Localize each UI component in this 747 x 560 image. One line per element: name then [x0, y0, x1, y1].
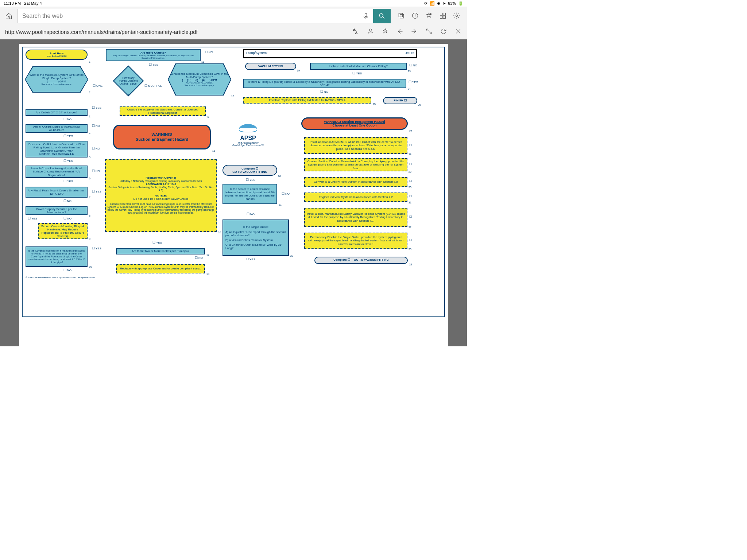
refresh-icon: ⟳ — [424, 1, 427, 6]
url-bar[interactable]: http://www.poolinspections.com/manuals/d… — [5, 29, 349, 35]
svg-rect-7 — [440, 16, 443, 19]
node-16: Replace with Cover(s) Listed by a Nation… — [105, 159, 217, 232]
svg-rect-5 — [440, 13, 443, 16]
settings-button[interactable] — [453, 12, 460, 20]
read-aloud-button[interactable] — [367, 28, 374, 36]
lbl-yes-11: YES — [149, 63, 158, 66]
copyright: © 2006 The Association of Pool & Spa Pro… — [26, 276, 96, 279]
node-13-hex: What is the Maximum Combined GPM in the … — [169, 64, 231, 95]
status-date: Sat May 4 — [24, 1, 42, 5]
node-12-hex: What is the Maximum System GPM of the Si… — [26, 67, 88, 92]
history-button[interactable] — [411, 12, 419, 20]
svg-point-12 — [369, 29, 372, 31]
lbl-yes-17: YES — [152, 241, 162, 244]
bookmark-star-button[interactable] — [382, 28, 389, 36]
back-button[interactable] — [396, 28, 403, 36]
svg-rect-6 — [443, 13, 446, 16]
node-17: Are there Two or More Outlets per Pump(s… — [116, 248, 205, 254]
date-label: DATE: — [405, 51, 414, 56]
node-10: Is the Cover(s) mounted on a manufacture… — [26, 246, 88, 267]
lbl-no-17: NO — [195, 256, 203, 260]
node-34-complete: Complete ☐ GO TO VACUUM FITTING — [314, 257, 408, 264]
lbl-yes-8: YES — [28, 217, 37, 220]
status-right: ⟳ 📶 ⊕ ➤ 63% 🔋 — [424, 1, 463, 6]
node-20-complete: Complete ☐ GO TO VACUUM FITTING — [222, 165, 277, 176]
apsp-logo-icon — [239, 124, 257, 135]
search-input[interactable] — [18, 13, 359, 19]
lbl-yes-23: YES — [352, 71, 362, 75]
node-31: Engineered Vent Systems in accordance wi… — [304, 192, 407, 202]
svg-text:A: A — [355, 31, 357, 35]
wifi-icon: 📶 — [430, 1, 435, 6]
reload-button[interactable] — [440, 28, 447, 36]
node-8: Cover Properly Secured per the Manufactu… — [26, 206, 88, 215]
node-5: Does each Outlet have a Cover with a Flo… — [26, 141, 88, 158]
pump-label: Pump/System: — [246, 51, 268, 56]
orientation-lock-icon: ⊕ — [437, 1, 440, 6]
lbl-yes-5: YES — [63, 159, 73, 163]
lbl-yes-3: YES — [92, 106, 101, 109]
search-box — [18, 9, 391, 23]
form-header: Pump/System: DATE: — [243, 49, 417, 58]
node-3: Are Outlets 24" X 24" or Larger? — [26, 109, 88, 116]
node-24: Is there a Fitting Lid (cover) Tested & … — [243, 79, 406, 88]
lbl-no-7: NO — [63, 199, 71, 203]
lbl-no-3: NO — [63, 117, 71, 121]
node-23: Is there a dedicated Vacuum Cleaner Fitt… — [310, 63, 407, 70]
close-button[interactable] — [454, 28, 462, 36]
home-button[interactable] — [4, 11, 14, 21]
node-6: Is each Cover Undamaged and without Surf… — [26, 166, 88, 178]
pdf-page: Pump/System: DATE: Start Here Must End o… — [19, 44, 448, 346]
lbl-no-8: NO — [63, 217, 71, 220]
battery-icon: 🔋 — [458, 1, 463, 6]
svg-rect-3 — [400, 15, 404, 18]
apsp-name: APSP — [222, 135, 274, 141]
node-9: Secure Covers Mounting Rings & Hardware.… — [38, 223, 88, 239]
translate-button[interactable]: あA — [352, 28, 360, 36]
lbl-no-21: NO — [282, 192, 290, 195]
lbl-no-11: NO — [205, 50, 213, 54]
node-22: Is the Single Outlet: A) An Equalizer Li… — [222, 219, 289, 256]
fullscreen-button[interactable] — [425, 28, 433, 36]
svg-point-9 — [456, 15, 458, 17]
svg-rect-8 — [443, 16, 446, 19]
ipad-status-bar: 11:18 PM Sat May 4 ⟳ 📶 ⊕ ➤ 63% 🔋 — [0, 0, 467, 7]
node-27-warning: WARNING! Suction Entrapment Hazard Choos… — [301, 117, 408, 130]
page-footer: 22 | AQ AQ APSP QUARTERLY — [25, 349, 102, 350]
lbl-no-4: NO — [92, 124, 100, 128]
node-18: Replace with appropriate Cover and/or cr… — [116, 264, 205, 273]
node-15-warning: WARNING! Suction Entrapment Hazard — [113, 125, 211, 149]
favorites-button[interactable] — [425, 12, 433, 20]
node-29: Convert Suction Outlet to Return Inlet b… — [304, 158, 407, 171]
node-14: Outside the scope of this Standard. Cons… — [120, 106, 206, 116]
hub-button[interactable] — [439, 12, 446, 20]
tabs-button[interactable] — [398, 12, 405, 20]
lbl-no-5: NO — [92, 147, 100, 150]
start-node: Start Here Must End on FINISH — [26, 50, 88, 60]
voice-search-button[interactable] — [359, 12, 373, 20]
lbl-yes-6: YES — [63, 179, 73, 183]
lbl-yes-22: YES — [246, 257, 255, 261]
node-12-diamond: How Many Pumps Does the Outlet(s) Serve. — [113, 66, 144, 97]
lbl-no-10: NO — [63, 268, 71, 272]
location-icon: ➤ — [442, 1, 446, 6]
node-25: Install or Replace with Fitting Lid Test… — [243, 97, 371, 104]
node-26-finish: FINISH ☐ — [383, 97, 417, 104]
lbl-no-6: NO — [92, 169, 100, 173]
node-19-vacuum: VACUUM FITTING — [245, 63, 296, 70]
svg-point-1 — [379, 13, 383, 17]
flowchart: Pump/System: DATE: Start Here Must End o… — [22, 47, 445, 317]
lbl-yes-10: YES — [92, 246, 101, 250]
pdf-viewer[interactable]: Pump/System: DATE: Start Here Must End o… — [0, 39, 467, 346]
lbl-yes-7: YES — [92, 190, 101, 193]
node-30: Convert to a Gravity Flow System in acco… — [304, 177, 407, 187]
status-time: 11:18 PM — [4, 1, 21, 5]
lbl-multiple: MULTIPLE — [144, 84, 162, 88]
lbl-no-24: NO — [320, 90, 328, 93]
forward-button[interactable] — [411, 28, 418, 36]
browser-chrome: http://www.poolinspections.com/manuals/d… — [0, 7, 467, 39]
lbl-no-23: NO — [409, 63, 417, 67]
lbl-yes-24: YES — [409, 80, 418, 84]
lbl-yes-20: YES — [246, 178, 255, 182]
search-button[interactable] — [373, 9, 391, 23]
